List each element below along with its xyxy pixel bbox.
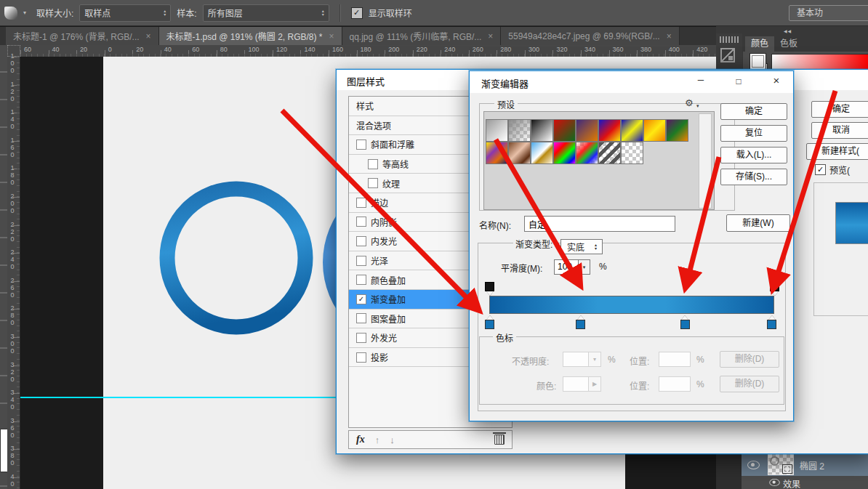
gradient-preset-orange-yellow-orange[interactable] (643, 119, 666, 142)
smoothness-dropdown-icon[interactable]: ▾ (578, 259, 590, 275)
ruler-label: 280 (9, 304, 16, 326)
color-ramp[interactable] (771, 54, 868, 70)
delete-color-stop-button[interactable]: 删除(D) (720, 376, 779, 392)
opacity-position-input[interactable] (659, 352, 691, 367)
layer-thumbnail[interactable] (768, 453, 794, 475)
tab-swatches[interactable]: 色板 (774, 36, 803, 52)
gradient-preset-copper[interactable] (508, 142, 531, 164)
color-stop[interactable] (680, 315, 690, 329)
effect-checkbox[interactable] (356, 333, 366, 343)
stop-color-swatch[interactable]: ▶ (563, 376, 601, 392)
tool-preset-caret-icon[interactable]: ▾ (23, 9, 26, 16)
document-tab[interactable]: 55949a428e4c7.jpeg @ 69.9%(RGB/...× (501, 27, 679, 45)
effect-checkbox[interactable] (356, 275, 366, 285)
sample-size-select[interactable]: 取样点 ▴▾ (79, 4, 171, 22)
new-style-button[interactable]: 新建样式( (806, 143, 868, 160)
effect-checkbox[interactable] (356, 140, 366, 150)
panel-lines-icon[interactable] (720, 36, 739, 43)
close-tab-icon[interactable]: × (667, 31, 672, 41)
effect-checkbox[interactable] (356, 217, 366, 227)
panel-icon-strip (716, 33, 742, 70)
layer-row-ellipse-2[interactable]: 椭圆 2 (742, 452, 868, 477)
gradient-preset-blue-red-yellow[interactable] (598, 119, 621, 142)
visibility-eye-icon[interactable] (747, 461, 760, 469)
effect-checkbox[interactable] (356, 352, 366, 363)
color-position-input[interactable] (659, 376, 691, 392)
gradient-preset-transparent-rainbow[interactable] (576, 142, 598, 164)
gradient-preset-transparent-stripes[interactable] (598, 142, 621, 164)
gradient-preset-red-to-green[interactable] (553, 119, 576, 142)
gradient-preset-transparent[interactable] (621, 142, 643, 164)
gradient-preset-spectrum[interactable] (553, 142, 576, 164)
gradient-bar[interactable] (489, 296, 774, 314)
delete-effect-icon[interactable] (494, 435, 505, 445)
smoothness-input[interactable]: 100 (554, 259, 579, 275)
document-tab[interactable]: 未标题-1.psd @ 191% (椭圆 2, RGB/8) *× (159, 27, 342, 45)
opacity-select[interactable]: ▾ (563, 352, 601, 367)
effect-checkbox[interactable] (356, 256, 366, 266)
gear-icon[interactable]: ⚙ (685, 97, 694, 108)
gradient-preset-yellow-violet-blue[interactable] (486, 142, 508, 164)
close-tab-icon[interactable]: × (329, 31, 334, 41)
fx-icon[interactable]: fx (356, 434, 365, 445)
effect-checkbox[interactable] (368, 159, 378, 169)
effect-checkbox[interactable] (356, 198, 366, 208)
gradient-preset-gray-to-white[interactable] (486, 119, 508, 142)
layer-name[interactable]: 椭圆 2 (800, 459, 824, 472)
document-tab[interactable]: 未标题-1 @ 176% (背景, RGB/...× (6, 27, 159, 45)
reset-button[interactable]: 复位 (720, 125, 787, 142)
effect-checkbox[interactable] (356, 313, 366, 323)
gear-caret-icon[interactable]: ▾ (696, 103, 699, 109)
foreground-color-chip[interactable] (750, 53, 766, 70)
gradient-type-select[interactable]: 实底 ▴▾ (560, 239, 603, 254)
document-tab[interactable]: qq.jpg @ 111% (秀川临摹, RGB/...× (342, 27, 502, 45)
show-sampling-ring-checkbox[interactable]: ✓ (351, 7, 363, 19)
preset-scrollbar[interactable] (699, 113, 712, 209)
opacity-stop[interactable] (485, 282, 494, 296)
visibility-eye-icon[interactable] (769, 479, 779, 486)
gradient-preset-chrome-blue-gold[interactable] (531, 142, 553, 164)
gradient-preset-violet-to-orange[interactable] (576, 119, 598, 142)
collapse-panels-icon[interactable]: ◀◀ (784, 28, 792, 33)
color-stop[interactable] (767, 315, 776, 329)
preview-checkbox[interactable]: ✓ (815, 164, 826, 175)
adjustments-icon[interactable] (720, 48, 735, 62)
effect-checkbox[interactable] (356, 236, 366, 246)
sample-size-label: 取样大小: (36, 7, 73, 19)
ruler-label: 320 (9, 361, 16, 383)
effect-checkbox[interactable]: ✓ (356, 294, 366, 304)
close-icon[interactable]: × (763, 71, 789, 92)
gradient-preset-purple-green-orange[interactable] (666, 119, 688, 142)
layer-row-effects[interactable]: 效果 (742, 476, 868, 489)
color-stop[interactable] (576, 315, 585, 329)
gradient-preset-gray-to-transparent[interactable] (508, 119, 531, 142)
close-tab-icon[interactable]: × (488, 31, 493, 41)
close-tab-icon[interactable]: × (146, 31, 151, 41)
move-effect-up-icon[interactable]: ↑ (375, 435, 380, 445)
opacity-stop[interactable] (770, 282, 779, 296)
ok-button[interactable]: 确定 (811, 101, 868, 118)
eyedropper-tool-icon[interactable] (4, 7, 17, 20)
minimize-icon[interactable]: – (688, 71, 714, 92)
save-button[interactable]: 存储(S)... (720, 169, 787, 185)
workspace-switcher-button[interactable]: 基本功 (789, 5, 868, 21)
item-label: 样式 (356, 100, 374, 112)
cancel-button[interactable]: 取消 (811, 122, 868, 139)
effect-checkbox[interactable] (368, 178, 378, 188)
load-button[interactable]: 载入(L)... (720, 147, 787, 163)
gradient-name-input[interactable]: 自定 (524, 216, 675, 232)
guide-line[interactable] (20, 397, 336, 398)
sample-select[interactable]: 所有图层 ▴▾ (203, 4, 329, 22)
color-stop[interactable] (485, 315, 494, 329)
ok-button[interactable]: 确定 (720, 103, 787, 120)
tab-color[interactable]: 颜色 (745, 36, 774, 52)
gradient-preset-blue-yellow-blue[interactable] (621, 119, 643, 142)
maximize-icon[interactable]: □ (726, 71, 752, 92)
new-gradient-button[interactable]: 新建(W) (726, 214, 790, 232)
preview-option[interactable]: ✓ 预览( (815, 163, 850, 176)
blue-ring-shape[interactable] (150, 172, 322, 344)
delete-opacity-stop-button[interactable]: 删除(D) (720, 351, 779, 368)
opacity-label: 不透明度: (512, 355, 549, 367)
move-effect-down-icon[interactable]: ↓ (390, 435, 395, 445)
gradient-preset-black-to-white[interactable] (531, 119, 553, 142)
